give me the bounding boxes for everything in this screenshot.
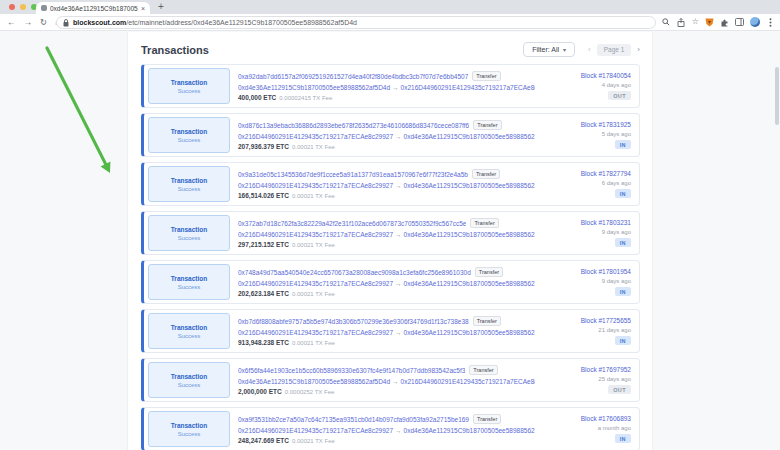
direction-badge: IN [615,189,631,198]
transaction-value: 166,514.026 ETC [238,192,289,199]
from-address-link[interactable]: 0x216D44960291E4129435c719217a7ECAe8c299… [238,427,393,434]
transaction-value: 2,000,000 ETC [238,388,282,395]
table-row: Transaction Success 0xd876c13a9ebacb3688… [141,113,640,157]
metamask-extension-icon[interactable] [705,18,714,27]
transaction-meta: Block #17840054 4 days ago OUT [535,72,631,100]
side-panel-icon[interactable] [735,18,744,27]
transaction-meta: Block #17803231 9 days ago IN [535,219,631,247]
status-badge: Transaction Success [148,117,230,153]
transfer-tag: Transfer [473,316,501,326]
transaction-age: 9 days ago [602,278,631,284]
next-page-icon[interactable]: › [637,45,640,54]
transfer-tag: Transfer [472,71,500,81]
transaction-hash-link[interactable]: 0x748a49d75aa540540e24cc6570673a28008aec… [238,269,471,276]
from-address-link[interactable]: 0xd4e36Ae112915C9b18700505ee58988562af5D… [238,84,390,91]
transaction-details: 0xd876c13a9ebacb36886d2893ebe678f2635d27… [238,120,535,150]
back-icon[interactable]: ← [7,17,16,27]
filter-button[interactable]: Filter: All ▾ [523,42,575,57]
from-address-link[interactable]: 0x216D44960291E4129435c719217a7ECAe8c299… [238,231,393,238]
url-text: blockscout.com/etc/mainnet/address/0xd4e… [73,19,357,26]
from-address-link[interactable]: 0x216D44960291E4129435c719217a7ECAe8c299… [238,182,393,189]
window-controls[interactable] [9,4,37,10]
chrome-menu-icon[interactable] [766,18,775,27]
new-tab-button[interactable]: + [158,1,164,12]
zoom-search-icon[interactable] [662,18,671,27]
lock-icon [63,19,69,27]
arrow-right-icon: → [393,133,404,140]
pagination: ‹ Page 1 › [588,44,640,56]
extensions-puzzle-icon[interactable] [720,18,729,27]
transaction-meta: Block #17697952 25 days ago OUT [535,366,631,394]
close-window-button[interactable] [9,4,15,10]
transfer-tag: Transfer [473,414,501,424]
to-address-link[interactable]: 0xd4e36Ae112915C9b18700505ee58988562af5D… [404,427,535,434]
status-type: Transaction [171,177,207,184]
transaction-hash-link[interactable]: 0xa9f3531bb2ce7a50a7c64c7135ea9351cb0d14… [238,416,469,423]
browser-toolbar: ← → ↻ ⌂ blockscout.com/etc/mainnet/addre… [0,14,780,31]
transaction-hash-link[interactable]: 0x9a31de05c1345536d7de9f1ccee5a91a1377d9… [238,171,468,178]
block-link[interactable]: Block #17840054 [581,72,631,79]
profile-avatar[interactable] [750,17,760,27]
table-row: Transaction Success 0xb7d6f8808abfe9757a… [141,309,640,353]
minimize-window-button[interactable] [20,4,26,10]
block-link[interactable]: Block #17697952 [581,366,631,373]
forward-icon[interactable]: → [24,17,33,27]
share-icon[interactable] [677,18,686,27]
transaction-value: 207,936.379 ETC [238,143,289,150]
block-link[interactable]: Block #17801954 [581,268,631,275]
status-result: Success [178,382,201,388]
transaction-meta: Block #17827794 6 days ago IN [535,170,631,198]
transaction-age: 4 days ago [602,82,631,88]
status-badge: Transaction Success [148,264,230,300]
block-link[interactable]: Block #17827794 [581,170,631,177]
table-row: Transaction Success 0xa92dab7dd6157a2f06… [141,64,640,108]
previous-page-icon[interactable]: ‹ [588,45,591,54]
transaction-hash-link[interactable]: 0xa92dab7dd6157a2f0692519261527d4ea40f2f… [238,73,468,80]
from-address-link[interactable]: 0xd4e36Ae112915C9b18700505ee58988562af5D… [238,378,390,385]
page-title: Transactions [141,44,209,56]
to-address-link[interactable]: 0xd4e36Ae112915C9b18700505ee58988562af5D… [404,231,535,238]
to-address-link[interactable]: 0x216D44960291E4129435c719217a7ECAe8c299… [401,84,535,91]
from-address-link[interactable]: 0x216D44960291E4129435c719217a7ECAe8c299… [238,329,393,336]
page-background: Transactions Filter: All ▾ ‹ Page 1 › Tr… [0,32,780,450]
to-address-link[interactable]: 0xd4e36Ae112915C9b18700505ee58988562af5D… [404,182,535,189]
direction-badge: IN [615,336,631,345]
transaction-details: 0x372ab7d18c762fa3c82229a42f2e31f102ace6… [238,218,535,248]
arrow-right-icon: → [393,427,404,434]
bookmark-star-icon[interactable]: ☆ [692,18,699,26]
transfer-tag: Transfer [469,365,497,375]
current-page-button[interactable]: Page 1 [597,44,632,56]
to-address-link[interactable]: 0x216D44960291E4129435c719217a7ECAe8c299… [401,378,535,385]
transaction-age: a month ago [598,425,631,431]
browser-tab[interactable]: 0xd4e36Ae112915C9b187005 × [36,2,150,14]
transaction-details: 0x6f56fa44e1903ce1b5cc60b58969330e6307fc… [238,365,535,395]
block-link[interactable]: Block #17606893 [581,415,631,422]
filter-label: Filter: All [532,46,559,53]
status-type: Transaction [171,324,207,331]
from-address-link[interactable]: 0x216D44960291E4129435c719217a7ECAe8c299… [238,133,393,140]
block-link[interactable]: Block #17831925 [581,121,631,128]
to-address-link[interactable]: 0xd4e36Ae112915C9b18700505ee58988562af5D… [404,329,535,336]
table-row: Transaction Success 0x372ab7d18c762fa3c8… [141,211,640,255]
to-address-link[interactable]: 0xd4e36Ae112915C9b18700505ee58988562af5D… [404,133,535,140]
transfer-tag: Transfer [473,120,501,130]
transaction-age: 21 days ago [598,327,631,333]
reload-icon[interactable]: ↻ [40,17,47,27]
to-address-link[interactable]: 0xd4e36Ae112915C9b18700505ee58988562af5D… [404,280,535,287]
close-tab-icon[interactable]: × [141,5,145,12]
transaction-hash-link[interactable]: 0x372ab7d18c762fa3c82229a42f2e31f102ace6… [238,220,466,227]
browser-tab-strip: 0xd4e36Ae112915C9b187005 × + [0,0,780,14]
table-row: Transaction Success 0x9a31de05c1345536d7… [141,162,640,206]
block-link[interactable]: Block #17725655 [581,317,631,324]
status-type: Transaction [171,275,207,282]
transaction-hash-link[interactable]: 0xd876c13a9ebacb36886d2893ebe678f2635d27… [238,122,469,129]
transaction-hash-link[interactable]: 0xb7d6f8808abfe9757a5b5e974d3b306b570299… [238,318,469,325]
from-address-link[interactable]: 0x216D44960291E4129435c719217a7ECAe8c299… [238,280,393,287]
transaction-meta: Block #17606893 a month ago IN [535,415,631,443]
transaction-hash-link[interactable]: 0x6f56fa44e1903ce1b5cc60b58969330e6307fc… [238,367,465,374]
transaction-value: 400,000 ETC [238,94,276,101]
address-bar[interactable]: blockscout.com/etc/mainnet/address/0xd4e… [56,16,656,29]
transaction-details: 0xa9f3531bb2ce7a50a7c64c7135ea9351cb0d14… [238,414,535,444]
scrollbar[interactable] [775,67,779,125]
block-link[interactable]: Block #17803231 [581,219,631,226]
